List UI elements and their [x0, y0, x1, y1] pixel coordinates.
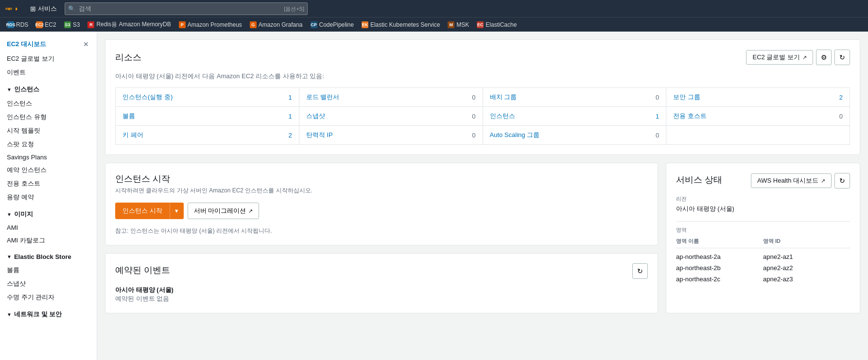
- refresh-icon: ↻: [839, 53, 845, 61]
- sidebar-item-global-view[interactable]: EC2 글로벌 보기: [0, 52, 97, 66]
- sidebar-item-snapshots[interactable]: 스냅샷: [0, 277, 97, 291]
- resource-cell-key-pairs[interactable]: 키 페어 2: [116, 126, 299, 144]
- resource-count: 1: [289, 94, 292, 101]
- resource-count: 0: [472, 113, 475, 120]
- sidebar-item-lifecycle-manager[interactable]: 수명 주기 관리자: [0, 291, 97, 304]
- bookmark-grafana[interactable]: G Amazon Grafana: [246, 20, 306, 30]
- bookmark-rds[interactable]: RDS RDS: [4, 20, 32, 30]
- sidebar-item-reserved-instances[interactable]: 예약 인스턴스: [0, 163, 97, 177]
- sidebar-item-spot-requests[interactable]: 스팟 요청: [0, 137, 97, 151]
- ec2-icon: EC2: [36, 21, 43, 28]
- resource-label: 볼륨: [122, 112, 135, 120]
- resource-cell-load-balancers[interactable]: 로드 밸런서 0: [299, 88, 483, 106]
- services-button[interactable]: ⊞ 서비스: [26, 2, 61, 15]
- start-instance-button[interactable]: 인스턴스 시작: [115, 203, 170, 219]
- sidebar-section-ebs-header[interactable]: ▼ Elastic Block Store: [0, 250, 97, 263]
- zone-id-header: 영역 ID: [763, 238, 850, 245]
- sidebar-item-ami[interactable]: AMI: [0, 222, 97, 234]
- sidebar-item-instance-types[interactable]: 인스턴스 유형: [0, 110, 97, 124]
- resources-description: 아시아 태평양 (서울) 리전에서 다음 Amazon EC2 리소스를 사용하…: [115, 72, 850, 81]
- bookmark-prometheus[interactable]: P Amazon Prometheus: [175, 20, 245, 30]
- search-bar-container: 🔍 [옵션+S]: [65, 2, 308, 15]
- service-status-title: 서비스 상태: [676, 174, 722, 186]
- resource-cell-security-groups[interactable]: 보안 그룹 2: [666, 88, 850, 106]
- external-link-icon: ↗: [802, 54, 807, 61]
- health-dashboard-button[interactable]: AWS Health 대시보드 ↗: [751, 173, 832, 188]
- search-shortcut: [옵션+S]: [284, 5, 304, 12]
- resources-settings-button[interactable]: ⚙: [816, 50, 832, 65]
- resource-cell-empty: [666, 126, 850, 144]
- sidebar-section-network-header[interactable]: ▼ 네트워크 및 보안: [0, 307, 97, 322]
- sidebar-item-capacity-reservation[interactable]: 용량 예약: [0, 190, 97, 204]
- msk-icon: M: [448, 21, 454, 28]
- codepipeline-icon: CP: [311, 21, 317, 28]
- bookmark-redis-label: Redis용 Amazon MemoryDB: [96, 20, 171, 29]
- resource-label: 스냅샷: [306, 112, 325, 120]
- sidebar-item-instances[interactable]: 인스턴스: [0, 97, 97, 110]
- bookmark-grafana-label: Amazon Grafana: [259, 21, 303, 28]
- bookmark-eks[interactable]: EK Elastic Kubernetes Service: [358, 20, 443, 30]
- sidebar-item-events[interactable]: 이벤트: [0, 66, 97, 79]
- resource-cell-elastic-ips[interactable]: 탄력적 IP 0: [299, 126, 483, 144]
- sidebar-section-images-header[interactable]: ▼ 이미지: [0, 207, 97, 222]
- ec2-global-view-button[interactable]: EC2 글로벌 보기 ↗: [746, 50, 813, 65]
- sidebar-item-ami-catalog[interactable]: AMI 카탈로그: [0, 234, 97, 247]
- bookmark-rds-label: RDS: [16, 21, 28, 28]
- resource-count: 2: [289, 132, 292, 139]
- bookmark-msk-label: MSK: [456, 21, 469, 28]
- start-instance-dropdown-button[interactable]: ▼: [170, 203, 184, 219]
- zone-row-2a: ap-northeast-2a apne2-az1: [676, 251, 850, 262]
- sidebar-item-dedicated-hosts[interactable]: 전용 호스트: [0, 177, 97, 190]
- bookmark-codepipeline-label: CodePipeline: [319, 21, 354, 28]
- resource-label: 키 페어: [122, 131, 143, 139]
- zone-name-2a: ap-northeast-2a: [676, 253, 763, 260]
- bookmark-ec2[interactable]: EC2 EC2: [33, 20, 59, 30]
- chevron-down-icon: ▼: [7, 212, 12, 217]
- sidebar-item-volumes[interactable]: 볼륨: [0, 263, 97, 277]
- service-status-header: 서비스 상태 AWS Health 대시보드 ↗ ↻: [676, 173, 850, 189]
- sidebar-item-launch-templates[interactable]: 시작 템플릿: [0, 124, 97, 137]
- resource-count: 0: [472, 94, 475, 101]
- resource-cell-dedicated-hosts[interactable]: 전용 호스트 0: [666, 107, 850, 125]
- sidebar-section-instances-header[interactable]: ▼ 인스턴스: [0, 82, 97, 97]
- bookmark-elasticache[interactable]: EC ElastiCache: [473, 20, 520, 30]
- resource-cell-running-instances[interactable]: 인스턴스(실행 중) 1: [116, 88, 299, 106]
- service-status-refresh-button[interactable]: ↻: [834, 173, 850, 189]
- resources-grid: 인스턴스(실행 중) 1 로드 밸런서 0 배치 그룹 0 보안 그룹 2 볼: [115, 87, 850, 145]
- bookmark-s3[interactable]: S3 S3: [61, 20, 84, 30]
- bookmark-codepipeline[interactable]: CP CodePipeline: [307, 20, 357, 30]
- resource-cell-autoscaling[interactable]: Auto Scaling 그룹 0: [483, 126, 666, 144]
- external-link-icon: ↗: [821, 178, 825, 184]
- bookmark-elasticache-label: ElastiCache: [486, 21, 517, 28]
- events-refresh-button[interactable]: ↻: [632, 263, 648, 279]
- chevron-down-icon: ▼: [174, 208, 179, 214]
- resource-cell-placement-groups[interactable]: 배치 그룹 0: [483, 88, 666, 106]
- resource-cell-instances[interactable]: 인스턴스 1: [483, 107, 666, 125]
- resource-cell-volumes[interactable]: 볼륨 1: [116, 107, 299, 125]
- sidebar-dashboard-link[interactable]: EC2 대시보드: [7, 40, 46, 49]
- sidebar-item-savings-plans[interactable]: Savings Plans: [0, 151, 97, 163]
- bottom-row: 인스턴스 시작 시작하려면 클라우드의 가상 서버인 Amazon EC2 인스…: [105, 163, 860, 313]
- resource-label: 로드 밸런서: [306, 93, 340, 102]
- zone-row-2c: ap-northeast-2c apne2-az3: [676, 274, 850, 285]
- prometheus-icon: P: [179, 21, 186, 28]
- sidebar-close-button[interactable]: ✕: [82, 39, 90, 49]
- search-input[interactable]: [65, 2, 308, 15]
- instance-start-card: 인스턴스 시작 시작하려면 클라우드의 가상 서버인 Amazon EC2 인스…: [105, 163, 658, 245]
- zone-id-2a: apne2-az1: [763, 253, 850, 260]
- chevron-right-icon: ▼: [7, 312, 12, 317]
- bookmark-msk[interactable]: M MSK: [444, 20, 472, 30]
- bookmark-redis[interactable]: R Redis용 Amazon MemoryDB: [84, 19, 174, 30]
- main-content: 리소스 EC2 글로벌 보기 ↗ ⚙ ↻ 아시아 태평양 (서울) 리전에서 다…: [97, 32, 868, 360]
- rds-icon: RDS: [7, 21, 14, 28]
- events-empty-message: 예약된 이벤트 없음: [115, 294, 648, 303]
- zones-table: 영역 이름 영역 ID ap-northeast-2a apne2-az1 ap…: [676, 238, 850, 285]
- resources-refresh-button[interactable]: ↻: [834, 50, 850, 65]
- chevron-down-icon: ▼: [7, 254, 12, 259]
- bookmark-ec2-label: EC2: [45, 21, 56, 28]
- resource-cell-snapshots[interactable]: 스냅샷 0: [299, 107, 483, 125]
- zone-name-2c: ap-northeast-2c: [676, 275, 763, 283]
- server-migration-button[interactable]: 서버 마이그레이션 ↗: [188, 203, 260, 219]
- zones-table-header: 영역 이름 영역 ID: [676, 238, 850, 248]
- sidebar-section-network: ▼ 네트워크 및 보안: [0, 307, 97, 322]
